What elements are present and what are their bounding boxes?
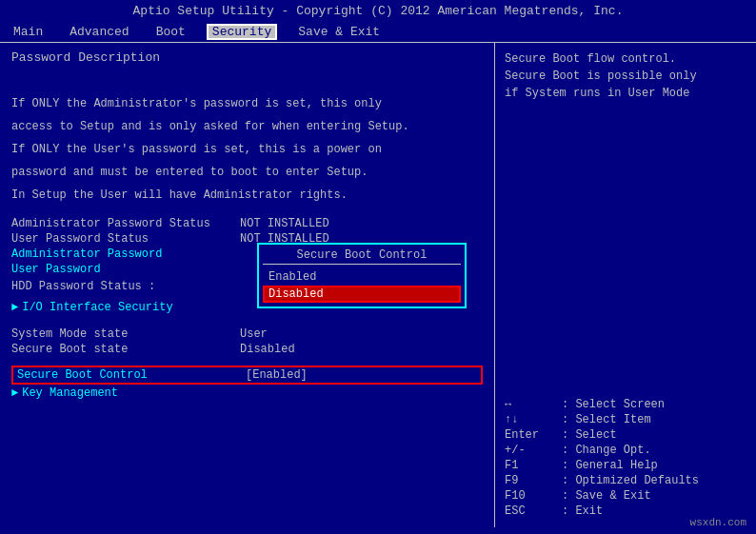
key-f10: F10 <box>505 489 562 503</box>
popup-title: Secure Boot Control <box>263 248 461 265</box>
title-text: Aptio Setup Utility - Copyright (C) 2012… <box>133 4 624 18</box>
system-mode-state-label: System Mode state <box>11 327 240 341</box>
key-row-f9: F9 : Optimized Defaults <box>505 474 746 487</box>
left-panel: Password Description If ONLY the Adminis… <box>0 43 495 527</box>
menu-advanced[interactable]: Advanced <box>64 24 134 40</box>
desc-text-6: In Setup the User will have Administrato… <box>11 187 483 204</box>
secure-boot-state-value: Disabled <box>240 343 295 356</box>
desc-text-4: If ONLY the User's password is set, this… <box>11 141 483 158</box>
key-row-change: +/- : Change Opt. <box>505 444 746 457</box>
arrow-right-icon-2: ► <box>11 386 18 400</box>
menu-bar: Main Advanced Boot Security Save & Exit <box>0 22 756 43</box>
key-row-enter: Enter : Select <box>505 428 746 442</box>
key-desc-f10: : Save & Exit <box>562 489 651 503</box>
key-arrows-lr: ↔ <box>505 398 562 411</box>
key-row-f10: F10 : Save & Exit <box>505 489 746 503</box>
key-esc: ESC <box>505 504 562 518</box>
arrow-right-icon: ► <box>11 301 18 314</box>
secure-boot-popup: Secure Boot Control Enabled Disabled <box>257 243 467 308</box>
secure-boot-state-label: Secure Boot state <box>11 343 240 356</box>
popup-option-disabled[interactable]: Disabled <box>263 286 461 303</box>
key-row-f1: F1 : General Help <box>505 459 746 472</box>
key-management-label: Key Management <box>22 386 118 400</box>
menu-main[interactable]: Main <box>8 24 49 40</box>
main-layout: Password Description If ONLY the Adminis… <box>0 43 756 527</box>
key-arrows-ud: ↑↓ <box>505 413 562 426</box>
io-interface-security-label: I/O Interface Security <box>22 301 172 314</box>
key-desc-f9: : Optimized Defaults <box>562 474 699 487</box>
admin-password-status-row: Administrator Password Status NOT INSTAL… <box>11 217 483 230</box>
watermark: wsxdn.com <box>690 517 746 528</box>
section-title: Password Description <box>11 50 483 65</box>
key-desc-screen: : Select Screen <box>562 398 665 411</box>
secure-boot-control-row[interactable]: Secure Boot Control [Enabled] <box>11 366 483 385</box>
menu-boot[interactable]: Boot <box>150 24 191 40</box>
desc-text-5: password and must be entered to boot to … <box>11 164 483 181</box>
secure-boot-control-value: [Enabled] <box>246 368 308 382</box>
system-mode-state-row: System Mode state User <box>11 327 483 341</box>
title-bar: Aptio Setup Utility - Copyright (C) 2012… <box>0 0 756 22</box>
key-help: ↔ : Select Screen ↑↓ : Select Item Enter… <box>505 398 746 520</box>
key-desc-change: : Change Opt. <box>562 444 651 457</box>
secure-boot-state-row: Secure Boot state Disabled <box>11 343 483 356</box>
system-mode-state-value: User <box>240 327 268 341</box>
key-management-item[interactable]: ► Key Management <box>11 386 483 400</box>
key-row-screen: ↔ : Select Screen <box>505 398 746 411</box>
key-row-item: ↑↓ : Select Item <box>505 413 746 426</box>
key-desc-esc: : Exit <box>562 504 603 518</box>
admin-password-status-label: Administrator Password Status <box>11 217 240 230</box>
hdd-password-label: HDD Password Status : <box>11 280 202 293</box>
key-f9: F9 <box>505 474 562 487</box>
desc-text-3: access to Setup and is only asked for wh… <box>11 118 483 135</box>
menu-security[interactable]: Security <box>207 24 277 40</box>
desc-text-1 <box>11 72 483 89</box>
right-panel: Secure Boot flow control. Secure Boot is… <box>495 43 756 527</box>
key-desc-f1: : General Help <box>562 459 658 472</box>
key-desc-enter: : Select <box>562 428 617 442</box>
key-plus-minus: +/- <box>505 444 562 457</box>
key-enter: Enter <box>505 428 562 442</box>
key-f1: F1 <box>505 459 562 472</box>
admin-password-status-value: NOT INSTALLED <box>240 217 329 230</box>
secure-boot-control-label: Secure Boot Control <box>17 368 246 382</box>
popup-option-enabled[interactable]: Enabled <box>263 268 461 286</box>
menu-save-exit[interactable]: Save & Exit <box>292 24 386 40</box>
user-password-status-label: User Password Status <box>11 232 240 246</box>
key-row-esc: ESC : Exit <box>505 504 746 518</box>
help-text: Secure Boot flow control. Secure Boot is… <box>505 50 746 102</box>
key-desc-item: : Select Item <box>562 413 651 426</box>
desc-text-2: If ONLY the Administrator's password is … <box>11 95 483 112</box>
